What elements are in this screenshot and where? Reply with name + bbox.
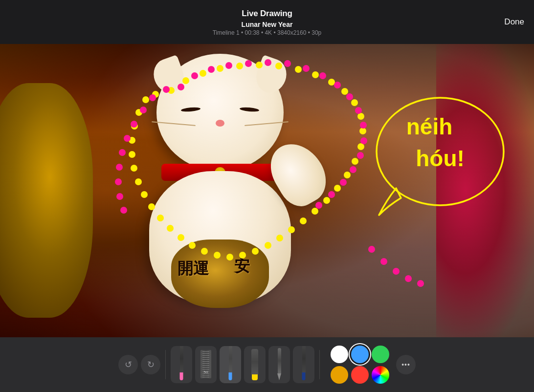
toolbar-separator-1 — [165, 350, 166, 379]
undo-icon: ↺ — [125, 359, 132, 370]
gold-object-left — [0, 83, 93, 318]
color-white[interactable] — [331, 346, 348, 363]
color-red[interactable] — [351, 366, 369, 384]
undo-button[interactable]: ↺ — [118, 355, 138, 374]
done-button[interactable]: Done — [504, 17, 524, 27]
project-meta: Timeline 1 • 00:38 • 4K • 3840x2160 • 30… — [213, 29, 322, 36]
more-icon: ••• — [401, 361, 410, 369]
cat-figure: 開運 安 — [127, 54, 313, 323]
color-green[interactable] — [372, 346, 389, 363]
color-gold[interactable] — [331, 366, 348, 384]
tool-marker-yellow[interactable] — [244, 346, 266, 383]
tool-pen-pink[interactable] — [171, 346, 192, 383]
tool-fountain-pen[interactable] — [268, 346, 290, 383]
color-palette — [331, 346, 389, 384]
redo-icon: ↻ — [147, 359, 155, 370]
color-blue[interactable] — [351, 346, 369, 363]
ruler-number: 50 — [204, 370, 208, 374]
more-options-button[interactable]: ••• — [396, 355, 416, 374]
app-title: Live Drawing — [242, 9, 292, 19]
tool-pen-blue[interactable] — [220, 346, 241, 383]
red-bg-right — [436, 44, 534, 337]
project-title: Lunar New Year — [242, 21, 293, 28]
toolbar: ↺ ↻ 50 — [0, 337, 534, 392]
tool-ruler[interactable]: 50 — [195, 346, 217, 383]
toolbar-separator-2 — [319, 350, 320, 379]
redo-button[interactable]: ↻ — [141, 355, 160, 374]
tool-pen-navy[interactable] — [293, 346, 314, 383]
color-spectrum[interactable] — [372, 366, 389, 384]
canvas-area[interactable]: 開運 安 — [0, 44, 534, 337]
header: Live Drawing Lunar New Year Timeline 1 •… — [0, 0, 534, 44]
